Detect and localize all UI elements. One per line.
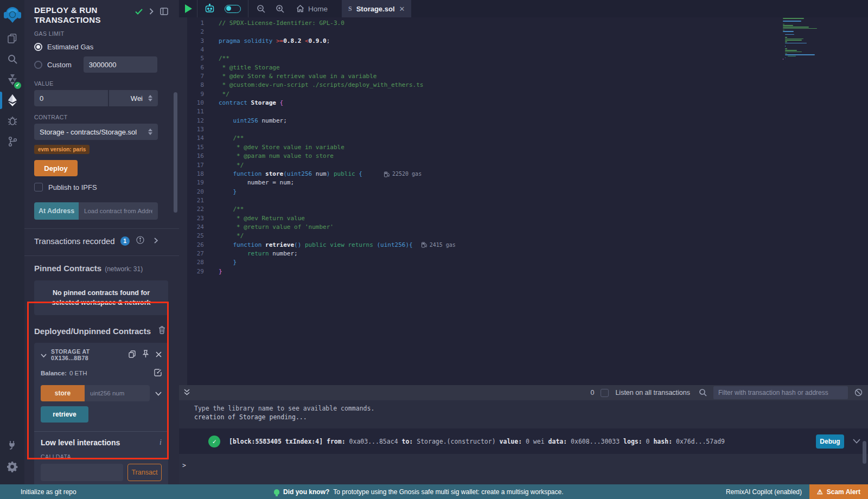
settings-gear-icon[interactable] bbox=[0, 456, 24, 477]
code-line: 11 bbox=[179, 107, 456, 116]
unit-stepper-icon[interactable] bbox=[148, 95, 152, 101]
code-line: 21 bbox=[179, 196, 456, 205]
terminal-body[interactable]: Type the library name to see available c… bbox=[179, 400, 868, 484]
low-level-info-icon[interactable]: i bbox=[159, 438, 162, 447]
search-icon[interactable] bbox=[0, 49, 24, 69]
value-label: VALUE bbox=[34, 80, 168, 87]
custom-gas-radio[interactable] bbox=[34, 61, 42, 69]
line-number: 29 bbox=[179, 267, 204, 276]
calldata-input[interactable] bbox=[41, 464, 123, 481]
line-number: 9 bbox=[179, 90, 204, 99]
tab-close-icon[interactable]: ✕ bbox=[399, 5, 405, 13]
panel-scrollbar[interactable] bbox=[174, 92, 177, 213]
code-line: 13 bbox=[179, 125, 456, 134]
terminal-scrollbar[interactable] bbox=[863, 441, 866, 464]
code-line: 25 */ bbox=[179, 232, 456, 240]
gas-estimate-annotation: 22520 gas bbox=[384, 170, 422, 178]
tx-summary: [block:5583405 txIndex:4] from: 0xa03...… bbox=[229, 438, 725, 445]
deploy-and-run-icon[interactable] bbox=[0, 90, 24, 111]
copy-address-icon[interactable] bbox=[129, 350, 136, 360]
code-line: 15 * @dev Store value in variable bbox=[179, 143, 456, 152]
debug-button[interactable]: Debug bbox=[816, 434, 844, 449]
terminal-line: Type the library name to see available c… bbox=[179, 400, 868, 413]
remove-contract-icon[interactable] bbox=[156, 351, 162, 359]
panel-pin-view-icon[interactable] bbox=[160, 8, 168, 17]
warning-icon: ⚠ bbox=[817, 488, 823, 496]
balance-value: 0 ETH bbox=[69, 370, 87, 376]
scam-alert-button[interactable]: ⚠ Scam Alert bbox=[809, 484, 868, 499]
did-you-know-tip: Did you know? To prototype using the Gno… bbox=[274, 488, 564, 496]
custom-gas-input[interactable] bbox=[84, 56, 157, 73]
deploy-button[interactable]: Deploy bbox=[34, 160, 78, 176]
estimated-gas-radio[interactable] bbox=[34, 43, 42, 51]
terminal-line: creation of Storage pending... bbox=[179, 413, 868, 421]
low-level-interactions-title: Low level interactions bbox=[41, 438, 120, 447]
terminal-header: 0 Listen on all transactions bbox=[179, 385, 868, 400]
line-number: 18 bbox=[179, 170, 204, 178]
estimated-gas-option[interactable]: Estimated Gas bbox=[34, 41, 168, 53]
store-args-input[interactable] bbox=[85, 385, 150, 401]
zoom-out-icon[interactable] bbox=[252, 0, 271, 17]
value-unit-select[interactable]: Wei bbox=[109, 90, 158, 106]
listen-all-label: Listen on all transactions bbox=[615, 389, 690, 396]
at-address-button[interactable]: At Address bbox=[34, 202, 79, 220]
code-line: 1// SPDX-License-Identifier: GPL-3.0 bbox=[179, 19, 456, 28]
copilot-toggle[interactable] bbox=[220, 0, 246, 17]
contract-select[interactable]: Storage - contracts/Storage.sol bbox=[34, 124, 158, 140]
code-line: 4 bbox=[179, 46, 456, 54]
solidity-file-icon: S bbox=[348, 5, 352, 13]
code-line: 12 uint256 number; bbox=[179, 117, 456, 125]
run-script-play-icon[interactable] bbox=[180, 0, 197, 17]
balance-label: Balance: bbox=[41, 370, 67, 376]
store-function-button[interactable]: store bbox=[41, 385, 85, 401]
transaction-log-row[interactable]: ✓ [block:5583405 txIndex:4] from: 0xa03.… bbox=[179, 428, 868, 454]
line-number: 2 bbox=[179, 28, 204, 36]
transactions-recorded-row[interactable]: Transactions recorded 1 bbox=[34, 229, 168, 247]
code-line: 10contract Storage { bbox=[179, 99, 456, 107]
git-init-button[interactable]: Initialize as git repo bbox=[0, 488, 76, 496]
code-line: 5/** bbox=[179, 54, 456, 63]
edit-balance-icon[interactable] bbox=[154, 369, 162, 378]
transactions-info-icon[interactable] bbox=[136, 236, 144, 246]
deploy-run-panel: DEPLOY & RUN TRANSACTIONS GAS LIMIT Esti… bbox=[24, 0, 179, 484]
deployed-contract-card: STORAGE AT 0X136...8B78 Balance: 0 ETH bbox=[34, 343, 168, 484]
tx-expand-chevron-icon[interactable] bbox=[853, 438, 860, 445]
tab-storage-sol[interactable]: S Storage.sol ✕ bbox=[342, 0, 411, 17]
pin-contract-icon[interactable] bbox=[142, 350, 149, 360]
remix-logo-icon[interactable] bbox=[0, 1, 24, 28]
code-line: 6 * @title Storage bbox=[179, 63, 456, 72]
store-expand-chevron-icon[interactable] bbox=[155, 389, 162, 398]
code-editor[interactable]: 1// SPDX-License-Identifier: GPL-3.023pr… bbox=[179, 17, 868, 385]
transactions-chevron-icon[interactable] bbox=[154, 237, 158, 245]
publish-ipfs-checkbox[interactable] bbox=[34, 183, 43, 191]
git-icon[interactable] bbox=[0, 131, 24, 152]
terminal: 0 Listen on all transactions Type the li… bbox=[179, 385, 868, 484]
terminal-expand-icon[interactable] bbox=[181, 388, 190, 397]
evm-version-badge: evm version: paris bbox=[34, 145, 90, 154]
copilot-status[interactable]: RemixAI Copilot (enabled) bbox=[726, 488, 809, 496]
plugin-manager-icon[interactable] bbox=[0, 434, 24, 455]
file-explorer-icon[interactable] bbox=[0, 28, 24, 49]
listen-all-checkbox[interactable] bbox=[601, 389, 609, 397]
line-number: 7 bbox=[179, 72, 204, 81]
home-tab[interactable]: Home bbox=[290, 5, 334, 13]
status-bar: Initialize as git repo Did you know? To … bbox=[0, 484, 868, 499]
terminal-filter-input[interactable] bbox=[713, 386, 848, 399]
terminal-prompt[interactable]: > bbox=[179, 454, 868, 469]
clear-deployed-trash-icon[interactable] bbox=[158, 326, 165, 336]
at-address-input[interactable] bbox=[79, 202, 158, 220]
solidity-compiler-icon[interactable]: ✓ bbox=[0, 69, 24, 90]
deployed-contracts-title: Deployed/Unpinned Contracts bbox=[34, 327, 151, 336]
transact-button[interactable]: Transact bbox=[127, 464, 162, 481]
zoom-in-icon[interactable] bbox=[271, 0, 290, 17]
debugger-icon[interactable] bbox=[0, 111, 24, 131]
retrieve-function-button[interactable]: retrieve bbox=[41, 406, 88, 423]
value-input[interactable] bbox=[34, 90, 108, 106]
terminal-clear-icon[interactable] bbox=[854, 388, 863, 398]
minimap[interactable] bbox=[783, 18, 826, 60]
contract-expand-chevron-icon[interactable] bbox=[41, 351, 47, 359]
remix-ai-robot-icon[interactable] bbox=[200, 0, 220, 17]
panel-chevron-right-icon[interactable] bbox=[149, 8, 154, 16]
line-number: 4 bbox=[179, 46, 204, 54]
main-area: Home S Storage.sol ✕ 1// SPDX-License-Id… bbox=[179, 0, 868, 484]
